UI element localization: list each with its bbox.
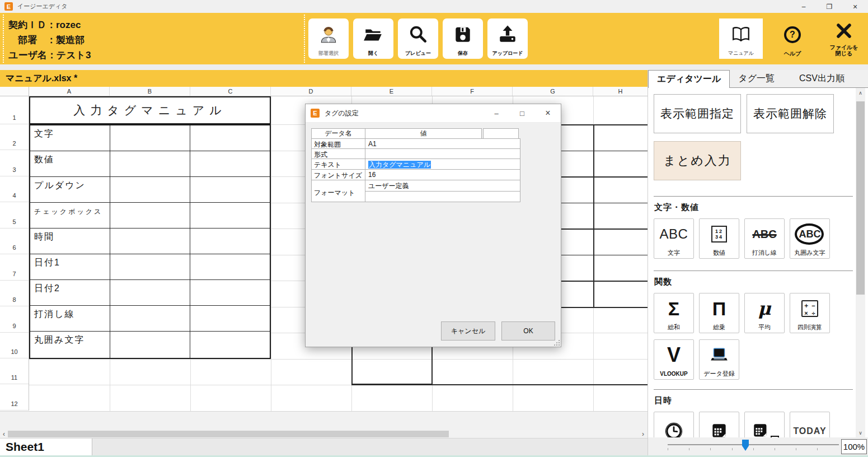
- vlookup-button[interactable]: V VLOOKUP: [654, 339, 694, 380]
- row-header-11[interactable]: 11: [0, 358, 29, 384]
- row-header-5[interactable]: 5: [0, 202, 29, 228]
- prop-format-value[interactable]: ユーザー定義: [365, 180, 520, 192]
- tab-tag-list[interactable]: タグ一覧: [730, 70, 783, 87]
- sheet-cell-a3[interactable]: 数値: [30, 151, 110, 177]
- window-restore-icon[interactable]: ❐: [817, 0, 842, 13]
- sheet-cell-a8[interactable]: 日付2: [30, 280, 110, 306]
- scroll-down-icon[interactable]: ∨: [856, 428, 865, 437]
- row-header-6[interactable]: 6: [0, 228, 29, 254]
- row-header-2[interactable]: 2: [0, 124, 29, 150]
- sheet-cell-c9[interactable]: [190, 306, 270, 332]
- grid-corner[interactable]: [0, 87, 29, 96]
- cancel-button[interactable]: キャンセル: [441, 321, 495, 341]
- time-tag-button[interactable]: [654, 412, 694, 437]
- row-header-1[interactable]: 1: [0, 96, 29, 124]
- sum-button[interactable]: Σ 総和: [654, 293, 694, 333]
- window-titlebar[interactable]: E イージーエディタ – ❐ ×: [0, 0, 868, 13]
- col-header-b[interactable]: B: [110, 87, 190, 96]
- tab-editor-tools[interactable]: エディタツール: [648, 70, 730, 88]
- text-tag-button[interactable]: ABC 文字: [654, 218, 694, 259]
- sheet-cell-a2[interactable]: 文字: [30, 125, 110, 151]
- scroll-up-icon[interactable]: ∧: [856, 88, 865, 97]
- circled-text-tag-button[interactable]: ABC 丸囲み文字: [790, 218, 830, 259]
- sheet-cell-b7[interactable]: [110, 254, 190, 280]
- row-header-10[interactable]: 10: [0, 333, 29, 358]
- arithmetic-button[interactable]: ＋ − × ÷ 四則演算: [790, 293, 830, 333]
- save-button[interactable]: 保存: [443, 18, 483, 59]
- select-department-button[interactable]: 部署選択: [308, 18, 349, 59]
- sheet-cell-c2[interactable]: [190, 125, 270, 151]
- col-header-g[interactable]: G: [513, 87, 593, 96]
- close-file-button[interactable]: ファイルを 閉じる: [822, 18, 866, 59]
- row-header-12[interactable]: 12: [0, 384, 29, 410]
- sheet-cell-c4[interactable]: [190, 177, 270, 203]
- prop-target-range-value[interactable]: A1: [365, 138, 520, 149]
- panel-scrollbar[interactable]: ∧ ∨: [856, 88, 865, 437]
- file-tab[interactable]: マニュアル.xlsx *: [0, 70, 648, 87]
- zoom-slider-track[interactable]: [668, 444, 839, 445]
- row-header-9[interactable]: 9: [0, 306, 29, 332]
- sheet-cell-c7[interactable]: [190, 254, 270, 280]
- upload-button[interactable]: アップロード: [487, 18, 528, 59]
- col-header-f[interactable]: F: [432, 87, 513, 96]
- col-header-e[interactable]: E: [351, 87, 432, 96]
- today-tag-button[interactable]: TODAY: [790, 412, 830, 437]
- preview-button[interactable]: プレビュー: [398, 18, 438, 59]
- sheet-cell-a7[interactable]: 日付1: [30, 254, 110, 280]
- date2-tag-button[interactable]: ▼: [744, 412, 785, 437]
- sheet-cell-b9[interactable]: [110, 306, 190, 332]
- sheet-cell-a9[interactable]: 打消し線: [30, 306, 110, 332]
- horizontal-scrollbar[interactable]: ‹ ›: [0, 430, 648, 438]
- ok-button[interactable]: OK: [501, 321, 555, 341]
- dialog-titlebar[interactable]: E タグの設定 – □ ×: [306, 104, 561, 123]
- col-header-h[interactable]: H: [593, 87, 648, 96]
- dialog-maximize-icon[interactable]: □: [509, 104, 535, 122]
- clear-display-range-button[interactable]: 表示範囲解除: [747, 94, 834, 133]
- sheet-cell-b10[interactable]: [110, 332, 190, 357]
- sheet-cell-c8[interactable]: [190, 280, 270, 306]
- strikethrough-tag-button[interactable]: ABC 打消し線: [744, 218, 785, 259]
- sheet-cell-b2[interactable]: [110, 125, 190, 151]
- sheet-cell-b3[interactable]: [110, 151, 190, 177]
- sheet-cell-a6[interactable]: 時間: [30, 228, 110, 254]
- sheet-cell-b6[interactable]: [110, 228, 190, 254]
- prop-text-value[interactable]: 入力タグマニュアル: [365, 158, 520, 170]
- window-minimize-icon[interactable]: –: [791, 0, 817, 13]
- panel-scrollbar-thumb[interactable]: [856, 101, 865, 295]
- col-header-d[interactable]: D: [271, 87, 351, 96]
- dialog-minimize-icon[interactable]: –: [484, 104, 509, 122]
- row-header-8[interactable]: 8: [0, 281, 29, 306]
- tab-csv-order[interactable]: CSV出力順: [791, 70, 853, 87]
- date1-tag-button[interactable]: [699, 412, 739, 437]
- manual-button[interactable]: マニュアル: [719, 18, 763, 59]
- prop-format-type-value[interactable]: [365, 148, 520, 159]
- row-header-7[interactable]: 7: [0, 254, 29, 280]
- row-header-3[interactable]: 3: [0, 150, 29, 176]
- sheet-title-cell[interactable]: 入力タグマニュアル: [29, 96, 271, 124]
- help-button[interactable]: ? ヘルプ: [771, 18, 814, 59]
- sheet-cell-c5[interactable]: [190, 203, 270, 228]
- sheet-cell-c6[interactable]: [190, 228, 270, 254]
- set-display-range-button[interactable]: 表示範囲指定: [654, 94, 741, 133]
- horizontal-scrollbar-thumb[interactable]: [8, 431, 449, 437]
- col-header-c[interactable]: C: [190, 87, 271, 96]
- sheet-cell-b8[interactable]: [110, 280, 190, 306]
- window-close-icon[interactable]: ×: [842, 0, 868, 13]
- sheet-cell-c3[interactable]: [190, 151, 270, 177]
- average-button[interactable]: μ 平均: [744, 293, 785, 333]
- number-tag-button[interactable]: 12 34 数値: [699, 218, 739, 259]
- scroll-left-icon[interactable]: ‹: [0, 430, 8, 438]
- sheet-cell-b5[interactable]: [110, 203, 190, 228]
- row-header-4[interactable]: 4: [0, 176, 29, 202]
- sheet-cell-c10[interactable]: [190, 332, 270, 357]
- prop-format-value-2[interactable]: [365, 191, 520, 203]
- sheet-tab[interactable]: Sheet1: [0, 439, 92, 457]
- sheet-cell-a10[interactable]: 丸囲み文字: [30, 332, 110, 357]
- data-register-button[interactable]: データ登録: [699, 339, 739, 380]
- col-header-a[interactable]: A: [29, 87, 110, 96]
- scroll-right-icon[interactable]: ›: [639, 430, 647, 438]
- prop-font-size-value[interactable]: 16: [365, 169, 520, 180]
- sheet-cell-a4[interactable]: プルダウン: [30, 177, 110, 203]
- dialog-close-icon[interactable]: ×: [535, 104, 561, 122]
- open-button[interactable]: 開く: [353, 18, 393, 59]
